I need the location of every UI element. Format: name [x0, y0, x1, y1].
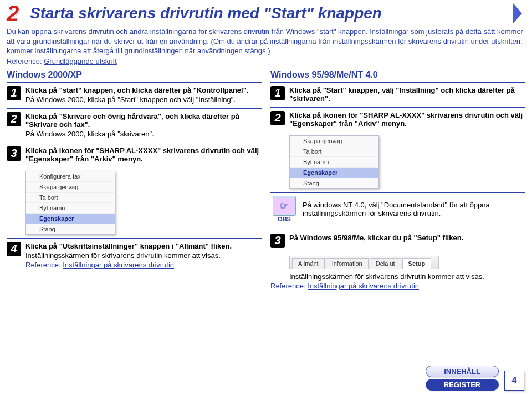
- tab-item[interactable]: Allmänt: [292, 258, 325, 269]
- step-body: På Windows 95/98/Me, klickar du på "Setu…: [289, 234, 525, 242]
- step-bold: Klicka på "Utskriftsinställninger" knapp…: [25, 242, 262, 250]
- obs-icon-wrap: ☞ OBS: [270, 196, 298, 222]
- tab-item-selected[interactable]: Setup: [402, 258, 432, 269]
- menu-item[interactable]: Konfigurera fax: [26, 171, 115, 182]
- section-number: 2: [7, 2, 25, 24]
- step-number: 1: [270, 86, 285, 100]
- reference-label: Reference:: [270, 282, 306, 290]
- obs-text: På windows NT 4.0, välj "Documentstandar…: [303, 201, 525, 217]
- menu-item-selected[interactable]: Egenskaper: [26, 214, 115, 224]
- menu-item[interactable]: Skapa genväg: [290, 136, 378, 146]
- menu-item[interactable]: Stäng: [26, 224, 115, 234]
- step-bold: Klicka på "Skrivare och övrig hårdvara",…: [25, 112, 262, 129]
- tab-row: Allmänt Information Dela ut Setup: [289, 256, 439, 269]
- step-number: 1: [7, 86, 21, 100]
- step-sub: På Windows 2000, klicka på "skrivaren".: [25, 130, 262, 138]
- step-number: 4: [7, 242, 21, 256]
- reference-label: Reference:: [7, 57, 42, 65]
- menu-item-selected[interactable]: Egenskaper: [290, 168, 378, 178]
- step-bold: På Windows 95/98/Me, klickar du på "Setu…: [289, 234, 525, 242]
- obs-note: ☞ OBS På windows NT 4.0, välj "Documents…: [270, 192, 525, 226]
- page-title: Starta skrivarens drivrutin med "Start" …: [30, 4, 382, 22]
- step-body: Klicka på "Utskriftsinställninger" knapp…: [25, 242, 262, 269]
- reference-label: Reference:: [25, 261, 61, 269]
- step-bold: Klicka på "Start" knappen, välj "Inställ…: [289, 86, 525, 103]
- right-step-1: 1 Klicka på "Start" knappen, välj "Instä…: [270, 82, 525, 107]
- right-step-2: 2 Klicka på ikonen för "SHARP AL-XXXX" s…: [270, 107, 525, 132]
- context-menu-left: Konfigurera fax Skapa genväg Ta bort Byt…: [25, 171, 115, 235]
- reference-link[interactable]: Grundläggande utskrift: [44, 57, 117, 65]
- menu-item[interactable]: Skapa genväg: [26, 182, 115, 193]
- pointing-hand-icon: ☞: [273, 196, 296, 216]
- reference-link[interactable]: Inställningar på skrivarens drivrutin: [308, 282, 419, 290]
- intro-paragraph: Du kan öppna skrivarens drivrutin och än…: [7, 27, 525, 56]
- step-number: 2: [270, 111, 285, 125]
- left-heading: Windows 2000/XP: [7, 70, 262, 80]
- step-body: Klicka på ikonen för "SHARP AL-XXXX" skr…: [25, 146, 262, 163]
- reference-link[interactable]: Inställningar på skrivarens drivrutin: [63, 261, 174, 269]
- page-number: 4: [504, 371, 524, 391]
- step-body: Klicka på "start" knappen, och klicka dä…: [25, 86, 262, 104]
- left-step-3: 3 Klicka på ikonen för "SHARP AL-XXXX" s…: [7, 143, 262, 168]
- step-bold: Klicka på ikonen för "SHARP AL-XXXX" skr…: [25, 146, 262, 163]
- obs-label: OBS: [278, 216, 291, 222]
- reference-line: Reference: Grundläggande utskrift: [7, 57, 525, 65]
- left-step-4: 4 Klicka på "Utskriftsinställninger" kna…: [7, 238, 262, 274]
- left-column: Windows 2000/XP 1 Klicka på "start" knap…: [7, 69, 262, 290]
- step-bold: Klicka på "start" knappen, och klicka dä…: [25, 86, 262, 94]
- right-step-3-sub: Inställningsskärmen för skrivarens drivr…: [289, 272, 525, 281]
- menu-item[interactable]: Ta bort: [26, 193, 115, 203]
- menu-item[interactable]: Ta bort: [290, 146, 378, 157]
- menu-item[interactable]: Byt namn: [26, 203, 115, 214]
- right-heading: Windows 95/98/Me/NT 4.0: [270, 70, 525, 80]
- columns: Windows 2000/XP 1 Klicka på "start" knap…: [0, 69, 532, 290]
- left-step-1: 1 Klicka på "start" knappen, och klicka …: [7, 82, 262, 108]
- register-button[interactable]: REGISTER: [426, 379, 499, 391]
- step-number: 3: [7, 146, 21, 161]
- step-sub: Inställningsskärmen för skrivarens drivr…: [25, 251, 262, 260]
- step-number: 3: [270, 234, 285, 248]
- contents-button[interactable]: INNEHÅLL: [426, 366, 499, 377]
- menu-item[interactable]: Stäng: [290, 178, 378, 188]
- step-sub: På Windows 2000, klicka på "Start" knapp…: [25, 95, 262, 104]
- step-body: Klicka på ikonen för "SHARP AL-XXXX" skr…: [289, 111, 525, 128]
- tab-item[interactable]: Dela ut: [370, 258, 401, 269]
- step-number: 2: [7, 112, 21, 126]
- step-body: Klicka på "Skrivare och övrig hårdvara",…: [25, 112, 262, 138]
- step-body: Klicka på "Start" knappen, välj "Inställ…: [289, 86, 525, 103]
- tab-item[interactable]: Information: [326, 258, 369, 269]
- reference-line: Reference: Inställningar på skrivarens d…: [270, 282, 525, 290]
- right-column: Windows 95/98/Me/NT 4.0 1 Klicka på "Sta…: [270, 69, 525, 290]
- reference-line: Reference: Inställningar på skrivarens d…: [25, 261, 262, 269]
- title-row: 2 Starta skrivarens drivrutin med "Start…: [7, 2, 525, 24]
- title-arrow-icon: [513, 3, 522, 23]
- header-region: 2 Starta skrivarens drivrutin med "Start…: [0, 0, 532, 69]
- step-bold: Klicka på ikonen för "SHARP AL-XXXX" skr…: [289, 111, 525, 128]
- menu-item[interactable]: Byt namn: [290, 157, 378, 168]
- bottom-nav: INNEHÅLL REGISTER 4: [426, 366, 524, 391]
- nav-buttons: INNEHÅLL REGISTER: [426, 366, 499, 391]
- left-step-2: 2 Klicka på "Skrivare och övrig hårdvara…: [7, 108, 262, 143]
- context-menu-right: Skapa genväg Ta bort Byt namn Egenskaper…: [289, 135, 379, 189]
- right-step-3: 3 På Windows 95/98/Me, klickar du på "Se…: [270, 230, 525, 252]
